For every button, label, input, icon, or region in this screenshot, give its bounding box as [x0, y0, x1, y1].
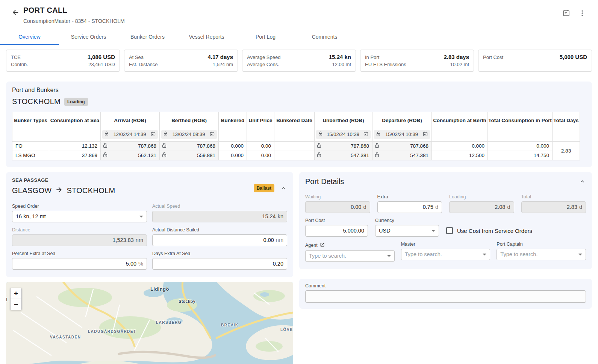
total-days-value: 2.83	[553, 141, 580, 160]
kpi-label: In Port	[365, 54, 379, 61]
arrival-datetime-picker[interactable]: 12/02/24 14:39	[102, 130, 158, 139]
kpi-label: TCE	[11, 54, 21, 61]
days-extra-at-sea-input[interactable]: 0.20	[152, 258, 287, 270]
actual-distance-sailed-input[interactable]: 0.00 nm	[152, 234, 287, 246]
lock-open-icon[interactable]	[162, 152, 167, 159]
port-captain-search-select[interactable]: Type to search.	[497, 249, 586, 260]
actual-distance-sailed-label: Actual Distance Sailed	[152, 227, 287, 233]
kpi-at-sea: At Sea4.17 days Est. Distance1,524 nm	[124, 50, 238, 72]
arrival-datetime: 12/02/24 14:39	[111, 131, 149, 137]
port-captain-label: Port Captain	[497, 242, 586, 247]
berthed-datetime-picker[interactable]: 13/02/24 08:39	[161, 130, 217, 139]
arrival-rob-value: 562.131	[138, 153, 156, 158]
map-zoom-in-button[interactable]: +	[11, 288, 21, 299]
lock-open-icon[interactable]	[162, 143, 167, 149]
extra-input[interactable]: 0.75 d	[377, 201, 442, 213]
port-cost-input[interactable]: 5,000.00	[305, 225, 368, 237]
departure-datetime-picker[interactable]: 15/02/24 10:39	[374, 130, 430, 139]
map-tiles	[6, 282, 293, 364]
lock-open-icon[interactable]	[317, 143, 321, 149]
kpi-value: 5,000 USD	[560, 53, 587, 60]
departure-rob-value: 787.868	[410, 143, 428, 149]
back-arrow-icon	[11, 12, 20, 18]
lock-open-icon[interactable]	[375, 152, 379, 159]
speed-order-select[interactable]: 16 kn, 12 mt	[12, 211, 147, 222]
col-header-berthed-rob: Berthed (ROB)	[160, 112, 219, 130]
bunkered-value: 0.000	[219, 151, 247, 160]
percent-extra-unit: %	[138, 261, 143, 267]
table-row-ls-mgo: LS MGO 37.869 562.131 559.881 0.000 0.00…	[12, 151, 580, 160]
col-header-consumption-at-berth: Consumption at Berth	[432, 112, 488, 142]
kpi-label: At Sea	[129, 54, 144, 61]
tab-port-log[interactable]: Port Log	[236, 29, 295, 45]
total-consumption-value: 0.000	[488, 141, 553, 151]
map-label-partial: ol	[6, 297, 8, 302]
kpi-label: Port Cost	[483, 54, 503, 61]
unit-price-value: 0.00	[247, 141, 274, 151]
kpi-in-port: In Port2.83 days EU ETS Emissions10.02 m…	[360, 50, 474, 72]
waiting-label: Waiting	[305, 194, 370, 199]
unberthed-datetime-picker[interactable]: 15/02/24 10:39	[316, 130, 371, 139]
back-button[interactable]	[10, 7, 21, 19]
lock-open-icon[interactable]	[103, 143, 107, 149]
kpi-port-cost: Port Cost5,000 USD	[478, 50, 592, 72]
map-label-larsberg: LARSBERG	[156, 320, 182, 325]
collapse-sea-passage-button[interactable]	[280, 184, 287, 192]
port-and-bunkers-card: Port and Bunkers STOCKHOLM Loading Bunke…	[6, 82, 592, 167]
comment-input[interactable]	[305, 290, 586, 303]
actual-speed-value: 15.24	[262, 213, 276, 219]
kpi-label: Average Speed	[247, 54, 280, 61]
page-subtitle: ConsumptionMaster - 8354 - STOCKHOLM	[23, 18, 125, 24]
col-header-consumption-at-sea: Consumption at Sea	[49, 112, 101, 142]
currency-value: USD	[379, 228, 391, 234]
calendar-button[interactable]	[562, 8, 571, 18]
tab-service-orders[interactable]: Service Orders	[59, 29, 118, 45]
currency-select[interactable]: USD	[375, 225, 439, 237]
calendar-icon	[210, 131, 215, 137]
departure-rob-value: 547.381	[410, 153, 428, 158]
tab-bunker-orders[interactable]: Bunker Orders	[118, 29, 177, 45]
berthed-rob-value: 559.881	[197, 153, 215, 158]
ballast-badge: Ballast	[254, 184, 274, 192]
col-header-bunker-types: Bunker Types	[12, 112, 49, 142]
kpi-subvalue: 10.02 mt	[450, 61, 469, 68]
lock-open-icon	[104, 131, 109, 137]
more-options-button[interactable]	[578, 9, 587, 18]
actual-distance-sailed-unit: nm	[276, 237, 283, 243]
comment-card: Comment	[299, 279, 592, 309]
total-label: Total	[521, 194, 586, 199]
kebab-menu-icon	[578, 12, 586, 18]
port-and-bunkers-title: Port and Bunkers	[12, 87, 586, 94]
map-zoom-out-button[interactable]: −	[11, 299, 21, 310]
bunkers-table: Bunker Types Consumption at Sea Arrival …	[12, 112, 580, 160]
port-cost-label: Port Cost	[305, 218, 368, 223]
collapse-port-details-button[interactable]	[578, 178, 586, 185]
tab-vessel-reports[interactable]: Vessel Reports	[177, 29, 236, 45]
route-arrow-icon	[55, 186, 63, 195]
lock-open-icon	[318, 131, 322, 137]
port-map[interactable]: Lidingö Stockby LARSBERG BREVIK LÖVBERG …	[6, 282, 293, 364]
master-label: Master	[401, 242, 491, 247]
tab-comments[interactable]: Comments	[295, 29, 354, 45]
kpi-row: TCE1,086 USD Contrib.23,461 USD At Sea4.…	[6, 50, 592, 72]
lock-open-icon[interactable]	[375, 143, 379, 149]
master-placeholder: Type to search.	[405, 251, 442, 257]
dropdown-arrow-icon	[431, 230, 435, 232]
port-status-badge: Loading	[64, 98, 88, 106]
master-search-select[interactable]: Type to search.	[401, 249, 491, 260]
extra-value: 0.75	[423, 204, 433, 210]
percent-extra-at-sea-input[interactable]: 5.00 %	[12, 258, 147, 270]
kpi-subvalue: 23,461 USD	[88, 61, 115, 68]
col-header-unit-price: Unit Price	[247, 112, 274, 142]
col-header-total-days: Total Days	[553, 112, 580, 142]
use-cost-checkbox[interactable]	[446, 227, 453, 234]
actual-speed-label: Actual Speed	[152, 204, 287, 209]
kpi-value: 1,086 USD	[88, 53, 115, 60]
tab-overview[interactable]: Overview	[0, 29, 59, 45]
map-label-ladugardsgardet: LADUGÅRDSGÄRDET	[88, 329, 136, 334]
kpi-average-speed: Average Speed15.24 kn Average Cons.12.00…	[242, 50, 356, 72]
agent-search-select[interactable]: Type to search.	[305, 250, 395, 262]
lock-open-icon[interactable]	[317, 152, 321, 159]
external-link-icon[interactable]	[320, 242, 325, 248]
lock-open-icon[interactable]	[103, 152, 107, 159]
